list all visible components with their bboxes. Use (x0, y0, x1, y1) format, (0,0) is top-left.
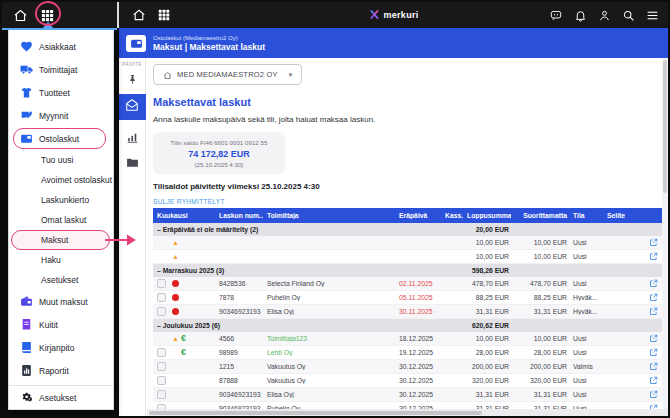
column-header[interactable]: Kass... (441, 212, 463, 219)
invoice-row[interactable]: 1215Vakuutus Oy30.12.2025200,00 EUR200,0… (153, 360, 662, 374)
folder-icon[interactable] (126, 156, 139, 169)
invoice-row[interactable]: 87888Vakuutus Oy30.12.2025320,00 EUR320,… (153, 374, 662, 388)
payments-tab-active[interactable] (119, 94, 146, 120)
refresh-label[interactable]: PÄIVITÄ (122, 62, 141, 67)
open-invoice-icon[interactable] (639, 376, 662, 385)
pin-icon[interactable] (127, 74, 138, 85)
total-amount: 10,00 EUR (463, 239, 511, 246)
app-logo-text: merkuri (383, 10, 418, 20)
invoice-row[interactable]: ▲€4566Toimittaja12318.12.202510,00 EUR10… (153, 332, 662, 346)
home-icon[interactable] (12, 7, 28, 23)
row-checkbox[interactable] (157, 348, 166, 357)
search-icon[interactable] (620, 7, 636, 23)
invoice-row[interactable]: 90346923193Elisa Oyj30.11.202531,31 EUR3… (153, 305, 662, 319)
open-invoice-icon[interactable] (639, 307, 662, 316)
column-header[interactable]: Suorittamatta (511, 212, 569, 219)
due-date: 30.12.2025 (395, 363, 441, 370)
vertical-scrollbar-thumb[interactable] (663, 60, 667, 193)
row-checkbox[interactable] (157, 362, 166, 371)
sidebar-item-raportit[interactable]: Raportit (9, 359, 113, 382)
assistant-chat-icon[interactable] (548, 7, 564, 23)
invoice-row[interactable]: ▲10,00 EUR10,00 EURUusi (153, 236, 662, 250)
open-invoice-icon[interactable] (639, 348, 662, 357)
account-balance: 74 172,82 EUR (157, 149, 281, 159)
notifications-bell-icon[interactable] (572, 7, 588, 23)
sidebar-item-maksut[interactable]: Maksut (9, 230, 113, 250)
company-selector[interactable]: MED MEDIAMAESTRO2 OY ▾ (153, 64, 302, 85)
sidebar-item-muut-maksut[interactable]: Muut maksut (9, 290, 113, 313)
topbar-left (131, 7, 172, 23)
sidebar-item-asiakkaat[interactable]: Asiakkaat (9, 35, 113, 58)
column-header[interactable]: Loppusumma (463, 212, 511, 219)
column-header[interactable]: Laskun num... (215, 212, 263, 219)
row-checkbox[interactable] (157, 279, 166, 288)
sidebar-item-asetukset[interactable]: Asetukset (9, 385, 113, 409)
row-checkbox[interactable] (157, 376, 166, 385)
sidebar-item-kirjanpito[interactable]: Kirjanpito (9, 336, 113, 359)
sidebar-item-tuo-uusi[interactable]: Tuo uusi (9, 150, 113, 170)
unpaid-amount: 10,00 EUR (511, 335, 569, 342)
sidebar-item-myynnit[interactable]: Myynnit (9, 104, 113, 127)
column-header[interactable]: Tila (569, 212, 603, 219)
vertical-scrollbar[interactable] (662, 58, 668, 409)
book-icon (20, 341, 33, 354)
open-invoice-icon[interactable] (639, 279, 662, 288)
sidebar-item-tuotteet[interactable]: Tuotteet (9, 81, 113, 104)
collapse-groups-link[interactable]: SULJE RYHMITTELYT (153, 198, 225, 205)
sidebar-item-label: Asetukset (41, 275, 78, 285)
invoice-row[interactable]: €98989Lehti Oy19.12.202528,00 EUR28,00 E… (153, 346, 662, 360)
invoice-row[interactable]: 8428536Selecta Finland Oy02.11.2025478,7… (153, 277, 662, 291)
group-row[interactable]: – Joulukuu 2025 (6)620,62 EUR (153, 319, 662, 332)
app-grid-icon[interactable] (156, 7, 172, 23)
sidebar-item-toimittajat[interactable]: Toimittajat (9, 58, 113, 81)
row-checkbox[interactable] (157, 307, 166, 316)
sidebar-item-label: Kirjanpito (39, 343, 74, 353)
open-invoice-icon[interactable] (639, 390, 662, 399)
open-invoice-icon[interactable] (639, 334, 662, 343)
invoice-row[interactable]: 90346923193Elisa Oyj30.12.202531,31 EUR3… (153, 388, 662, 402)
invoice-number: 87888 (215, 377, 263, 384)
chart-icon[interactable] (126, 131, 139, 144)
horizontal-scrollbar[interactable] (147, 409, 668, 416)
app-grid-icon[interactable] (39, 7, 55, 23)
sidebar-item-omat-laskut[interactable]: Omat laskut (9, 210, 113, 230)
group-row[interactable]: – Marraskuu 2025 (3)598,26 EUR (153, 264, 662, 277)
sidebar-item-kuitit[interactable]: Kuitit (9, 313, 113, 336)
due-date: 02.11.2025 (395, 280, 441, 287)
open-invoice-icon[interactable] (639, 252, 662, 261)
group-row[interactable]: – Eräpäivää ei ole määritelty (2)20,00 E… (153, 223, 662, 236)
open-invoice-icon[interactable] (639, 238, 662, 247)
home-icon[interactable] (131, 7, 147, 23)
report-icon (20, 364, 33, 377)
status: Uusi (569, 239, 603, 246)
row-checkbox[interactable] (157, 293, 166, 302)
user-account-icon[interactable] (596, 7, 612, 23)
total-amount: 200,00 EUR (463, 363, 511, 370)
hamburger-menu-icon[interactable] (644, 7, 660, 23)
sidebar-item-ostolaskut[interactable]: Ostolaskut (9, 127, 113, 150)
invoice-row[interactable]: ▲10,00 EUR10,00 EURUusi (153, 250, 662, 264)
sidebar-item-asetukset-ostolaskut[interactable]: Asetukset (9, 270, 113, 290)
sidebar-item-avoimet-ostolaskut[interactable]: Avoimet ostolaskut (9, 170, 113, 190)
status: Uusi (569, 280, 603, 287)
section-title: Maksettavat laskut (153, 96, 668, 108)
row-checkbox[interactable] (157, 390, 166, 399)
column-header[interactable]: Toimittaja (263, 212, 395, 219)
page-header: Ostolaskut (Mediamaestro2 Oy) Maksut | M… (119, 28, 668, 58)
main-window: merkuri (119, 2, 668, 416)
total-amount: 31,31 EUR (463, 391, 511, 398)
sidebar-item-laskunkierto[interactable]: Laskunkierto (9, 190, 113, 210)
row-lead-cell: € (153, 346, 215, 359)
invoice-row[interactable]: 7878Puhelin Oy05.11.202588,25 EUR88,25 E… (153, 291, 662, 305)
sidebar-item-haku[interactable]: Haku (9, 250, 113, 270)
sidebar-item-label: Kuitit (39, 320, 58, 330)
column-header[interactable]: Selite (603, 212, 639, 219)
column-header[interactable]: Kuukausi (153, 212, 215, 219)
breadcrumb-context: Ostolaskut (Mediamaestro2 Oy) (153, 34, 265, 42)
total-amount: 31,31 EUR (463, 308, 511, 315)
open-invoice-icon[interactable] (639, 293, 662, 302)
warning-icon: ▲ (170, 253, 181, 260)
horizontal-scrollbar-thumb[interactable] (149, 411, 482, 415)
column-header[interactable]: Eräpäivä (395, 212, 441, 219)
open-invoice-icon[interactable] (639, 362, 662, 371)
